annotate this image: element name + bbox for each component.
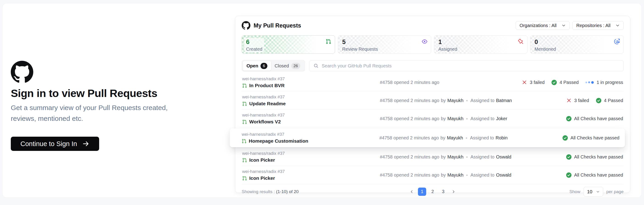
stat-card-assigned[interactable]: 1 Assigned <box>434 35 528 54</box>
meta-dot-separator: ● <box>465 117 469 120</box>
pr-repo-ref: wei-harness/radix #37 <box>242 132 380 137</box>
stat-card-mentioned[interactable]: 0 Mentioned <box>530 35 624 54</box>
panel-footer: Showing results : (1-10) of 20 1 2 3 Sho… <box>242 184 624 199</box>
pr-meta: #4758 opened 2 minutes ago by Mayukh ● A… <box>380 135 562 141</box>
pr-opened-text: #4758 opened 2 minutes ago <box>380 173 439 178</box>
pr-by-label: by <box>440 135 445 141</box>
pr-opened-text: #4758 opened 2 minutes ago <box>380 135 439 141</box>
x-icon <box>566 98 572 103</box>
repositories-filter-label: Repositories : All <box>576 23 610 28</box>
chevron-right-icon <box>452 190 456 194</box>
pull-request-row[interactable]: wei-harness/radix #37 Update Readme #475… <box>242 91 624 110</box>
chevron-down-icon <box>562 23 566 27</box>
pr-opened-text: #4758 opened 2 minutes ago <box>380 80 439 85</box>
pr-title-block: wei-harness/radix #37 Icon Picker <box>242 169 380 181</box>
chevron-down-icon <box>616 23 620 27</box>
state-tab-group: Open 6 Closed 26 <box>242 60 305 72</box>
stat-card-created[interactable]: 6 Created <box>242 35 335 54</box>
check-circle-icon <box>566 173 572 178</box>
organizations-filter-select[interactable]: Organizations : All <box>516 21 570 30</box>
main-card: Sign in to view Pull Requests Get a summ… <box>2 3 642 198</box>
pull-request-row[interactable]: wei-harness/radix #37 In Product BVR #47… <box>242 73 624 91</box>
pin-icon <box>518 39 524 44</box>
check-chip-label: 3 failed <box>574 98 589 103</box>
meta-dot-separator: ● <box>464 136 468 140</box>
previous-page-button[interactable] <box>408 188 416 196</box>
check-chip-failed: 3 failed <box>522 80 544 85</box>
pull-request-icon <box>242 176 247 181</box>
tab-closed[interactable]: Closed 26 <box>271 61 304 71</box>
search-input[interactable] <box>322 63 619 69</box>
pr-title: Workflows V2 <box>249 119 281 125</box>
pr-meta: #4758 opened 2 minutes ago by Mayukh ● A… <box>380 98 566 103</box>
page-button-3[interactable]: 3 <box>439 188 447 196</box>
check-circle-icon <box>562 135 568 141</box>
pr-title: In Product BVR <box>249 83 284 88</box>
meta-dot-separator: ● <box>465 99 469 102</box>
check-chip-label: All Checks have passed <box>574 154 623 160</box>
list-toolbar: Open 6 Closed 26 <box>242 60 624 72</box>
pull-request-row[interactable]: wei-harness/radix #37 Workflows V2 #4758… <box>242 110 624 128</box>
check-chip-label: All Checks have passed <box>574 116 623 121</box>
stat-card-review-requests[interactable]: 5 Review Requests <box>338 35 431 54</box>
chevron-left-icon <box>410 190 414 194</box>
pull-request-icon <box>326 39 331 44</box>
page-button-1[interactable]: 1 <box>418 188 426 196</box>
results-summary: Showing results : (1-10) of 20 <box>242 189 298 194</box>
github-logo-icon <box>11 61 33 83</box>
x-icon <box>522 80 527 85</box>
pr-title-block: wei-harness/radix #37 Icon Picker <box>242 151 380 163</box>
review-requests-label: Review Requests <box>342 46 378 52</box>
search-box <box>309 60 624 71</box>
signin-subtitle: Get a summary view of your Pull Requests… <box>11 102 194 124</box>
created-count: 6 <box>246 38 262 46</box>
page-button-2[interactable]: 2 <box>428 188 437 196</box>
repositories-filter-select[interactable]: Repositories : All <box>572 21 624 30</box>
tab-open[interactable]: Open 6 <box>243 61 271 71</box>
pr-title: Homepage Customisation <box>249 138 308 144</box>
meta-dot-separator: ● <box>465 173 469 177</box>
show-label: Show <box>570 189 580 194</box>
pull-requests-panel: My Pull Requests Organizations : All Rep… <box>235 16 630 193</box>
pull-request-row[interactable]: wei-harness/radix #37 Icon Picker #4758 … <box>242 166 624 184</box>
pr-meta: #4758 opened 2 minutes ago by Mayukh ● A… <box>380 173 566 178</box>
panel-header: My Pull Requests Organizations : All Rep… <box>242 21 624 30</box>
pr-title-block: wei-harness/radix #37 Update Readme <box>242 94 380 106</box>
pr-assigned-label: Assigned to <box>470 173 494 178</box>
pull-request-icon <box>242 101 247 106</box>
signin-section: Sign in to view Pull Requests Get a summ… <box>11 61 204 151</box>
check-circle-icon <box>596 98 601 103</box>
pr-assigned-label: Assigned to <box>470 135 494 141</box>
results-summary-range: (1-10) of 20 <box>276 189 298 194</box>
per-page-control: Show 10 per page <box>570 187 624 197</box>
mention-icon <box>614 39 620 44</box>
pagination: 1 2 3 <box>408 188 458 196</box>
tab-closed-count-badge: 26 <box>291 63 300 69</box>
pr-meta: #4758 opened 2 minutes ago by ● Assigned… <box>380 80 522 85</box>
github-logo-icon <box>242 21 250 30</box>
pr-repo-ref: wei-harness/radix #37 <box>242 169 380 174</box>
next-page-button[interactable] <box>450 188 458 196</box>
check-circle-icon <box>552 80 557 85</box>
pr-title-block: wei-harness/radix #37 In Product BVR <box>242 76 380 88</box>
check-circle-icon <box>566 116 572 121</box>
continue-sign-in-button[interactable]: Continue to Sign In <box>11 137 99 151</box>
tab-closed-label: Closed <box>275 63 289 69</box>
mentioned-label: Mentioned <box>534 46 556 52</box>
pr-author: Mayukh <box>447 173 464 178</box>
pull-request-icon <box>242 139 246 144</box>
pull-request-row[interactable]: wei-harness/radix #37 Icon Picker #4758 … <box>242 148 624 166</box>
check-chip-passed: 4 Passed <box>552 80 578 85</box>
pr-title: Update Readme <box>249 101 286 106</box>
pr-title: Icon Picker <box>249 157 275 163</box>
pr-status-checks: All Checks have passed <box>566 154 623 160</box>
pr-status-checks: 3 failed4 Passed1 in progress <box>522 80 623 85</box>
page-size-select[interactable]: 10 <box>584 187 603 197</box>
pull-request-row[interactable]: wei-harness/radix #37 Homepage Customisa… <box>230 128 625 147</box>
pr-title-block: wei-harness/radix #37 Homepage Customisa… <box>242 132 380 144</box>
pull-request-icon <box>242 83 247 88</box>
continue-sign-in-label: Continue to Sign In <box>20 140 77 148</box>
check-chip-passed: All Checks have passed <box>562 135 620 141</box>
pr-by-label: by <box>441 116 446 121</box>
pr-assignee: Oswald <box>496 173 511 178</box>
